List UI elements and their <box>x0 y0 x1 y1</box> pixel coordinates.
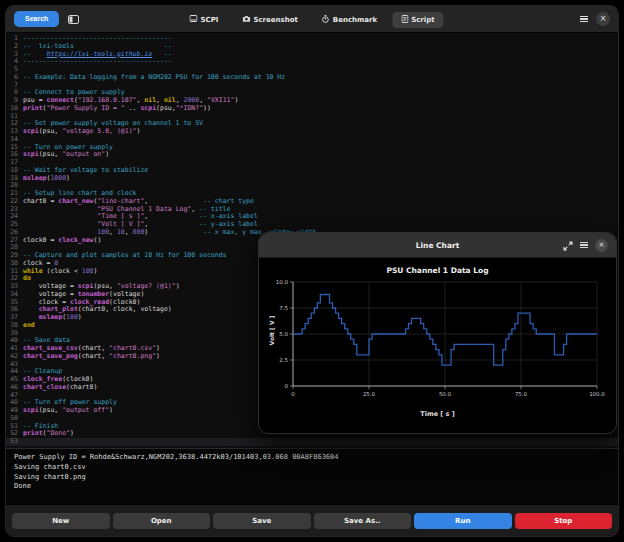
stop-button[interactable]: Stop <box>515 513 613 529</box>
run-button[interactable]: Run <box>414 513 512 529</box>
code-line[interactable]: 4-------------------------------------- <box>6 58 618 66</box>
line-number: 53 <box>6 438 23 446</box>
svg-text:0: 0 <box>291 391 295 397</box>
open-button[interactable]: Open <box>113 513 211 529</box>
svg-text:25.0: 25.0 <box>363 391 376 397</box>
code-line[interactable]: 6-- Example: Data logging from a NGM202 … <box>6 74 618 82</box>
chart-ylabel: Volt [ V ] <box>268 296 277 366</box>
new-button[interactable]: New <box>12 513 110 529</box>
menu-icon[interactable] <box>580 16 588 23</box>
svg-text:0: 0 <box>285 383 289 389</box>
chart-title: PSU Channel 1 Data Log <box>267 266 608 275</box>
output-console: Power Supply ID = Rohde&Schwarz,NGM202,3… <box>6 448 618 504</box>
svg-text:2.5: 2.5 <box>279 357 288 363</box>
save-as-button[interactable]: Save As.. <box>314 513 412 529</box>
save-button[interactable]: Save <box>213 513 311 529</box>
tab-benchmark[interactable]: Benchmark <box>313 12 386 28</box>
console-line: Saving chart0.csv <box>14 463 610 473</box>
sidebar-toggle-icon[interactable] <box>68 15 79 24</box>
tab-script[interactable]: Script <box>392 12 443 28</box>
code-line[interactable]: 53 <box>6 438 618 446</box>
chart-window-controls: × <box>563 236 608 255</box>
app-window: Search SCPIScreenshotBenchmarkScript × 1… <box>5 5 619 537</box>
chart-window-body: PSU Channel 1 Data Log Volt [ V ] 025.05… <box>259 258 616 418</box>
close-icon[interactable]: × <box>596 12 610 26</box>
tab-bar: SCPIScreenshotBenchmarkScript <box>180 6 443 33</box>
code-line[interactable]: 13scpi(psu, "voltage 5.0, (@1)") <box>6 128 618 136</box>
console-line: Saving chart0.png <box>14 473 610 483</box>
code-line[interactable]: 18-- Wait for voltage to stabilize <box>6 167 618 175</box>
chart-window-titlebar[interactable]: Line Chart × <box>259 233 616 258</box>
tab-scpi[interactable]: SCPI <box>180 12 227 27</box>
close-icon[interactable]: × <box>595 239 608 252</box>
tab-screenshot[interactable]: Screenshot <box>233 12 306 27</box>
terminal-icon <box>189 15 197 24</box>
expand-icon[interactable] <box>563 236 573 255</box>
line-chart-window[interactable]: Line Chart × PSU Channel 1 Data Log Volt… <box>258 232 617 434</box>
svg-text:7.5: 7.5 <box>279 305 288 311</box>
chart-xlabel: Time [ s ] <box>267 410 608 418</box>
svg-text:100.0: 100.0 <box>589 391 605 397</box>
code-line[interactable]: 16scpi(psu, "output on") <box>6 151 618 159</box>
chart-plot-area: Volt [ V ] 025.050.075.0100.002.55.07.51… <box>267 278 608 410</box>
code-line[interactable]: 10print("Power Supply ID = " .. scpi(psu… <box>6 105 618 113</box>
code-line[interactable]: 19msleep(1000) <box>6 175 618 183</box>
header-bar: Search SCPIScreenshotBenchmarkScript × <box>6 6 618 33</box>
header-controls: × <box>580 12 610 26</box>
document-icon <box>401 15 408 25</box>
stopwatch-icon <box>322 15 330 25</box>
camera-icon <box>242 15 250 24</box>
console-line: Done <box>14 482 610 492</box>
svg-text:10.0: 10.0 <box>276 279 289 285</box>
line-chart-plot: 025.050.075.0100.002.55.07.510.0 <box>267 278 608 410</box>
search-button[interactable]: Search <box>14 11 59 27</box>
svg-text:5.0: 5.0 <box>279 331 288 337</box>
footer-bar: NewOpenSaveSave As..RunStop <box>6 504 618 537</box>
menu-icon[interactable] <box>580 242 588 249</box>
svg-text:75.0: 75.0 <box>515 391 528 397</box>
console-line: Power Supply ID = Rohde&Schwarz,NGM202,3… <box>14 453 610 463</box>
svg-text:50.0: 50.0 <box>439 391 452 397</box>
